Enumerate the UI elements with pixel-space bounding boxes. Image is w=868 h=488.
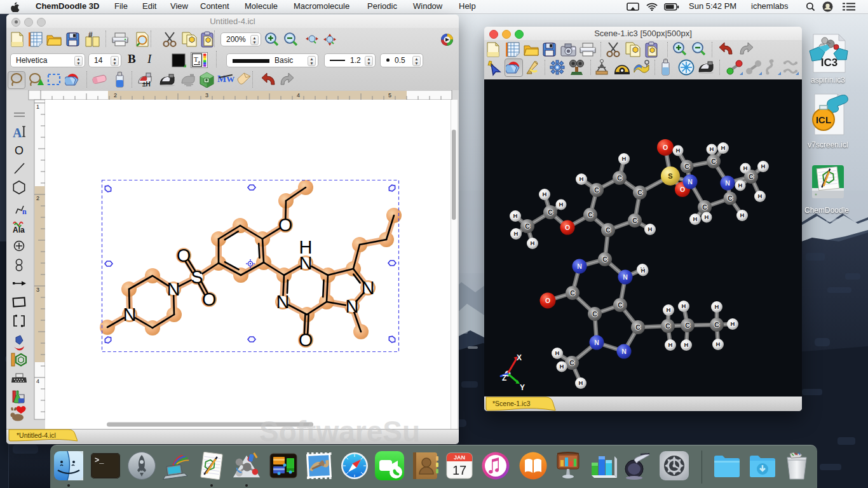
svg-text:IC3: IC3: [821, 57, 837, 69]
svg-text:>_: >_: [95, 456, 104, 465]
svg-text:ICL: ICL: [816, 114, 831, 125]
svg-text:JAN: JAN: [454, 454, 465, 461]
svg-text:17: 17: [452, 463, 466, 477]
